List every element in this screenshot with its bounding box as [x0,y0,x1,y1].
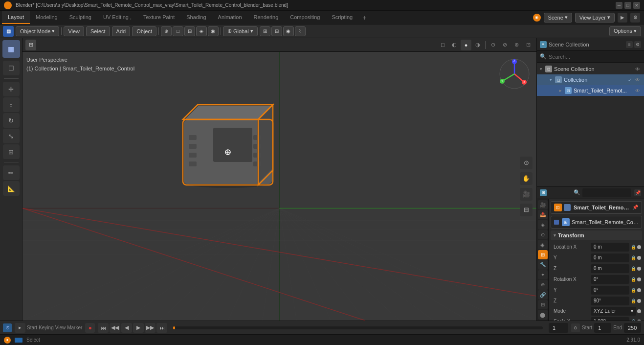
prop-tab-world[interactable]: ◉ [538,240,548,249]
location-x-lock[interactable]: 🔒 [630,244,636,250]
collection-checkbox[interactable]: ✓ [626,76,633,83]
location-y-lock[interactable]: 🔒 [630,255,636,261]
proportional-options[interactable]: ⌇ [295,26,306,36]
prop-tab-output[interactable]: 📤 [538,210,548,219]
rotation-z-field[interactable]: 90° [591,297,629,305]
status-bar-left-block[interactable] [15,338,22,343]
prev-keyframe-button[interactable]: ◀◀ [110,323,120,333]
add-workspace-button[interactable]: + [358,11,370,24]
render-options-button[interactable]: ⚙ [630,13,640,23]
location-x-field[interactable]: 0 m [591,243,629,252]
navigation-gizmo[interactable]: Z X Y [497,57,532,91]
jump-start-button[interactable]: ⏮ [98,323,109,333]
location-y-keyframe[interactable] [637,256,641,260]
collection-visibility[interactable]: 👁 [634,76,641,83]
solid-icon[interactable]: ◐ [449,40,460,50]
prop-tab-data[interactable]: ⊟ [538,300,548,309]
rotation-y-keyframe[interactable] [637,288,641,292]
transform-btn-2[interactable]: □ [173,26,183,36]
annotate-tool[interactable]: ✏ [3,165,20,180]
scene-selector[interactable]: Scene ▾ [544,13,572,23]
transform-section-header[interactable]: ▾ Transform [551,230,642,240]
zoom-to-selected-button[interactable]: ⊙ [520,157,533,169]
add-menu[interactable]: Add [112,26,131,36]
object-mode-button[interactable]: Object Mode ▾ [16,26,59,36]
prop-tab-particles[interactable]: ✦ [538,270,548,279]
tab-sculpting[interactable]: Sculpting [64,11,97,24]
prop-tab-render[interactable]: 🎥 [538,200,548,209]
cursor-tool[interactable]: ✛ [3,82,20,96]
ruler-tool[interactable]: 📐 [3,181,20,196]
move-tool[interactable]: ↕ [3,97,20,112]
editor-type-icon[interactable]: ▦ [3,26,14,37]
prop-tab-constraints[interactable]: 🔗 [538,290,548,299]
tab-compositing[interactable]: Compositing [284,11,326,24]
prop-tab-physics[interactable]: ⊕ [538,280,548,289]
snap-options[interactable]: ⊟ [271,26,282,36]
tree-item-scene-collection[interactable]: ▾ ⊡ Scene Collection 👁 [537,64,644,74]
view-menu[interactable]: View [64,26,84,36]
tab-modeling[interactable]: Modeling [30,11,64,24]
location-z-lock[interactable]: 🔒 [630,266,636,272]
view-layer-selector[interactable]: View Layer ▾ [575,13,615,23]
viewport-canvas[interactable]: User Perspective (1) Collection | Smart_… [22,52,536,321]
render-icon[interactable]: ◑ [472,40,483,50]
proportional-edit[interactable]: ◉ [283,26,294,36]
tree-item-smart-toilet[interactable]: ▸ ⊡ Smart_Toilet_Remot... 👁 [537,85,644,96]
frame-options-button[interactable]: ⊙ [571,323,580,332]
outliner-filter-button[interactable]: ≡ [626,41,633,48]
transform-btn-3[interactable]: ⊟ [184,26,195,36]
tab-scripting[interactable]: Scripting [326,11,358,24]
transform-tool[interactable]: ⊞ [3,144,20,159]
prop-tab-modifier[interactable]: 🔧 [538,260,548,269]
timeline-scrubber[interactable] [173,326,543,329]
snap-toggle[interactable]: ⊞ [260,26,270,36]
rotation-z-keyframe[interactable] [637,299,641,303]
tab-texture-paint[interactable]: Texture Paint [137,11,180,24]
rotation-x-keyframe[interactable] [637,277,641,281]
prop-tab-view-layer[interactable]: ◈ [538,220,548,229]
camera-icon[interactable]: ⊡ [523,40,533,50]
mode-keyframe[interactable] [637,309,641,313]
tab-uv-editing[interactable]: UV Editing , [97,11,137,24]
maximize-button[interactable]: □ [624,2,631,9]
pan-button[interactable]: ✋ [520,172,533,185]
select-tool[interactable]: ☐ [3,61,20,75]
camera-view-button[interactable]: 🎥 [520,188,533,201]
scale-x-keyframe[interactable] [637,320,641,321]
orthographic-button[interactable]: ⊟ [520,204,533,216]
step-forward-button[interactable]: ▶▶ [145,323,155,333]
outliner-search-input[interactable] [549,54,641,60]
wireframe-icon[interactable]: ◻ [437,40,448,50]
pin-object-button[interactable]: 📌 [632,204,639,211]
step-back-button[interactable]: ◀ [121,323,132,333]
tab-layout[interactable]: Layout [2,11,30,24]
overlay-icon[interactable]: ⊙ [488,40,498,50]
rotation-x-lock[interactable]: 🔒 [630,276,636,282]
select-menu[interactable]: Select [86,26,110,36]
rotation-x-field[interactable]: 0° [591,275,629,284]
close-button[interactable]: ✕ [633,2,640,9]
rotation-y-lock[interactable]: 🔒 [630,287,636,293]
material-icon[interactable]: ● [461,40,471,50]
object-menu[interactable]: Object [132,26,156,36]
rotate-tool[interactable]: ↻ [3,113,20,128]
rotation-mode-select[interactable]: XYZ Euler ▾ [591,307,636,316]
play-button[interactable]: ▶ [133,323,144,333]
viewport-render-icon[interactable]: ⊛ [511,40,522,50]
vp-editor-icon[interactable]: ⊞ [25,40,36,50]
gizmo-icon[interactable]: ⊘ [499,40,510,50]
transform-orientation[interactable]: ⊕ Global ▾ [223,26,258,36]
scale-x-field[interactable]: 1.000 [591,317,629,321]
tab-animation[interactable]: Animation [212,11,248,24]
playback-menu[interactable]: ▸ [15,323,25,333]
properties-search-input[interactable] [582,188,631,197]
end-frame-field[interactable]: 250 [624,323,641,333]
selected-object[interactable] [169,91,287,189]
record-button[interactable]: ● [85,323,95,333]
viewport-3d[interactable]: ⊞ ◻ ◐ ● ◑ ⊙ ⊘ ⊛ ⊡ [22,38,536,321]
jump-end-button[interactable]: ⏭ [156,323,167,333]
data-type-selector[interactable] [554,220,559,225]
transform-btn-1[interactable]: ⊕ [161,26,172,36]
location-z-keyframe[interactable] [637,267,641,271]
